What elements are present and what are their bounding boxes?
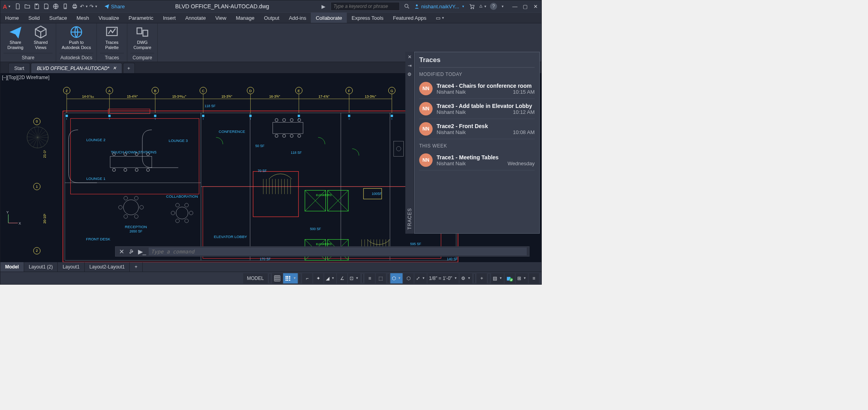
- user-menu[interactable]: nishant.naikVY... ▼: [414, 4, 465, 9]
- menu-item-annotate[interactable]: Annotate: [180, 13, 210, 23]
- command-wrench-icon[interactable]: [128, 248, 135, 255]
- menu-item-parametric[interactable]: Parametric: [124, 13, 158, 23]
- menu-item-add-ins[interactable]: Add-ins: [284, 13, 311, 23]
- tab-close-icon[interactable]: ✕: [113, 66, 116, 71]
- ribbon-btn-share[interactable]: ShareDrawing: [4, 25, 27, 53]
- svg-text:C: C: [202, 89, 204, 93]
- svg-text:I: I: [155, 117, 156, 120]
- ribbon-overflow-icon[interactable]: ▭▼: [431, 13, 449, 23]
- status-scale[interactable]: 1/8" = 1'-0"▼: [427, 273, 459, 283]
- cart-icon[interactable]: [468, 2, 476, 10]
- status-quick-props-icon[interactable]: ▤▼: [491, 273, 504, 283]
- status-trusted-icon[interactable]: [505, 273, 515, 283]
- status-menu-icon[interactable]: ≡: [529, 273, 539, 283]
- ribbon-group-compare: DWGCompareCompare: [127, 23, 158, 62]
- globe-icon: [69, 25, 83, 39]
- trace-item[interactable]: NN Trace3 - Add table in Elevator Lobby …: [419, 99, 535, 119]
- redo-icon[interactable]: ↷▼: [90, 2, 98, 10]
- new-icon[interactable]: [14, 2, 22, 10]
- palette-settings-icon[interactable]: ⚙: [406, 71, 413, 78]
- help-icon[interactable]: ?: [490, 3, 497, 10]
- status-gear-icon[interactable]: ⚙▼: [460, 273, 472, 283]
- search-play-icon[interactable]: ▶: [320, 2, 327, 10]
- menu-item-view[interactable]: View: [210, 13, 231, 23]
- mobile-icon[interactable]: [61, 2, 69, 10]
- svg-text:17-4⅞": 17-4⅞": [319, 94, 329, 98]
- menu-item-collaborate[interactable]: Collaborate: [311, 13, 347, 23]
- svg-text:50 SF: 50 SF: [255, 144, 265, 148]
- menu-item-express-tools[interactable]: Express Tools: [347, 13, 388, 23]
- print-icon[interactable]: [71, 2, 79, 10]
- saveas-icon[interactable]: [42, 2, 50, 10]
- close-button[interactable]: ✕: [531, 2, 540, 11]
- doc-tab-add[interactable]: +: [123, 63, 135, 73]
- status-grid-icon[interactable]: [272, 273, 282, 283]
- status-osnap-icon[interactable]: ⊡▼: [348, 273, 360, 283]
- menu-item-home[interactable]: Home: [0, 13, 24, 23]
- svg-line-148: [30, 138, 38, 145]
- layout-tab[interactable]: Layout1: [58, 262, 85, 272]
- share-button[interactable]: Share: [104, 4, 125, 9]
- status-clean-icon[interactable]: ⊞▼: [516, 273, 528, 283]
- menu-item-visualize[interactable]: Visualize: [94, 13, 124, 23]
- doc-tab[interactable]: BLVD OFFICE_PLAN-AUTOCAD*✕: [31, 63, 122, 73]
- status-angle-icon[interactable]: ∠: [337, 273, 347, 283]
- undo-icon[interactable]: ↶▼: [80, 2, 88, 10]
- svg-point-134: [275, 134, 278, 138]
- menu-item-mesh[interactable]: Mesh: [72, 13, 94, 23]
- status-ortho-icon[interactable]: ⌐: [302, 273, 312, 283]
- ribbon-btn-dwg[interactable]: DWGCompare: [130, 25, 154, 53]
- ribbon-btn-push-to[interactable]: Push toAutodesk Docs: [59, 25, 93, 53]
- status-model[interactable]: MODEL: [243, 273, 268, 283]
- status-dynamic-ucs-icon[interactable]: ⬡: [403, 273, 414, 283]
- trace-item[interactable]: NN Trace2 - Front Desk Nishant Naik10:08…: [419, 119, 535, 139]
- menu-item-output[interactable]: Output: [259, 13, 284, 23]
- menu-item-surface[interactable]: Surface: [45, 13, 72, 23]
- svg-point-116: [123, 200, 138, 215]
- layout-tab-add[interactable]: +: [130, 262, 142, 272]
- command-input[interactable]: [149, 248, 527, 255]
- status-3dosnap-icon[interactable]: ⬡▼: [390, 273, 403, 283]
- svg-line-146: [37, 138, 38, 148]
- svg-text:15-4¼": 15-4¼": [127, 94, 138, 98]
- layout-tab[interactable]: Layout1 (2): [24, 262, 58, 272]
- status-snap-icon[interactable]: ▼: [283, 273, 298, 283]
- layout-tab[interactable]: Model: [0, 262, 24, 272]
- layout-tab[interactable]: Layout2-Layout1: [85, 262, 130, 272]
- svg-text:100SF: 100SF: [372, 192, 382, 196]
- menu-item-featured-apps[interactable]: Featured Apps: [388, 13, 431, 23]
- open-icon[interactable]: [23, 2, 31, 10]
- trace-item[interactable]: NN Trace4 - Chairs for conference room N…: [419, 79, 535, 99]
- status-transparency-icon[interactable]: ⬚: [376, 273, 386, 283]
- svg-point-119: [124, 215, 128, 219]
- svg-point-137: [290, 119, 293, 122]
- status-lineweight-icon[interactable]: ≡: [365, 273, 375, 283]
- autocad-logo[interactable]: A▼: [3, 3, 11, 10]
- minimize-button[interactable]: —: [511, 2, 519, 11]
- maximize-button[interactable]: ▢: [521, 2, 529, 11]
- doc-tab[interactable]: Start: [8, 63, 30, 73]
- status-selection-icon[interactable]: ⤢▼: [414, 273, 427, 283]
- status-polar-icon[interactable]: ✦: [313, 273, 323, 283]
- save-icon[interactable]: [33, 2, 41, 10]
- search-icon[interactable]: [403, 2, 411, 10]
- menu-item-manage[interactable]: Manage: [231, 13, 259, 23]
- status-iso-icon[interactable]: ◢▼: [324, 273, 336, 283]
- search-input[interactable]: [331, 2, 400, 11]
- trace-item[interactable]: NN Trace1 - Meeting Tables Nishant NaikW…: [419, 150, 535, 170]
- svg-rect-194: [250, 115, 252, 117]
- palette-pin-icon[interactable]: ⇥: [406, 62, 413, 69]
- svg-text:595 SF: 595 SF: [410, 242, 421, 246]
- menu-item-solid[interactable]: Solid: [24, 13, 45, 23]
- command-close-icon[interactable]: ✕: [118, 248, 125, 255]
- app-icon[interactable]: ▼: [479, 2, 487, 10]
- svg-text:140 SF: 140 SF: [447, 257, 458, 261]
- svg-text:16-3¾": 16-3¾": [269, 94, 280, 98]
- ribbon-btn-traces[interactable]: TracesPalette: [100, 25, 124, 53]
- status-add-icon[interactable]: +: [477, 273, 487, 283]
- web-icon[interactable]: [52, 2, 60, 10]
- svg-point-7: [405, 4, 408, 8]
- ribbon-btn-shared[interactable]: SharedViews: [29, 25, 53, 53]
- palette-close-icon[interactable]: ✕: [406, 53, 413, 60]
- menu-item-insert[interactable]: Insert: [158, 13, 181, 23]
